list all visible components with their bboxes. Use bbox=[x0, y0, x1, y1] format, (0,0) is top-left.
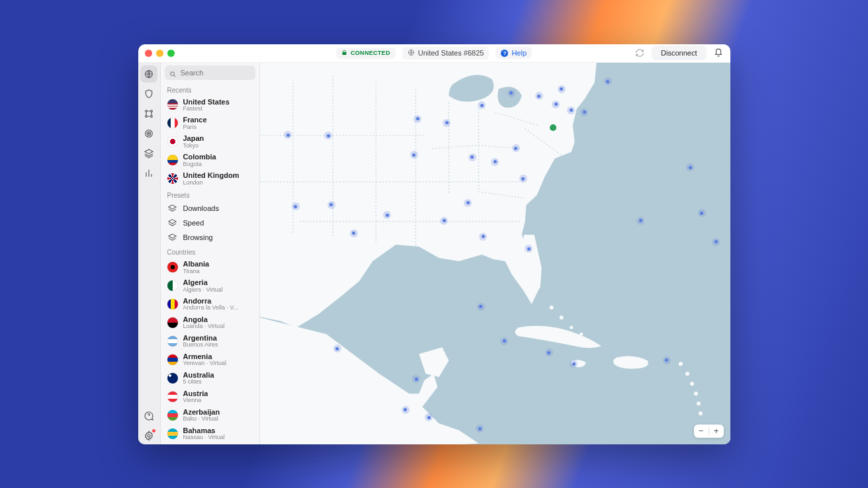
map-marker[interactable] bbox=[402, 406, 410, 414]
map-marker[interactable] bbox=[350, 229, 358, 237]
svg-point-2 bbox=[146, 110, 148, 112]
entry-name: United States bbox=[183, 98, 230, 106]
titlebar: CONNECTED United States #6825 ? Help Dis… bbox=[138, 44, 730, 63]
map-marker[interactable] bbox=[468, 153, 476, 161]
map-marker[interactable] bbox=[292, 202, 300, 210]
nav-globe[interactable] bbox=[140, 65, 157, 83]
nav-settings[interactable] bbox=[140, 427, 157, 444]
country-azerbaijan[interactable]: Azerbaijan Baku · Virtual bbox=[161, 406, 259, 425]
svg-point-20 bbox=[693, 391, 697, 395]
section-presets: Presets bbox=[161, 188, 259, 201]
map-marker[interactable] bbox=[712, 238, 720, 246]
nav-layers[interactable] bbox=[140, 145, 157, 162]
flag-icon bbox=[167, 391, 178, 402]
help-pill[interactable]: ? Help bbox=[496, 47, 532, 59]
search-input[interactable] bbox=[165, 65, 255, 80]
flag-icon bbox=[167, 280, 178, 291]
app-window: CONNECTED United States #6825 ? Help Dis… bbox=[138, 44, 730, 444]
map-marker[interactable] bbox=[479, 233, 487, 241]
zoom-in-button[interactable]: + bbox=[709, 425, 724, 438]
maximize-window-icon[interactable] bbox=[167, 50, 175, 57]
entry-name: Armenia bbox=[183, 352, 227, 360]
map-marker[interactable] bbox=[491, 158, 499, 166]
country-armenia[interactable]: Armenia Yerevan · Virtual bbox=[161, 350, 259, 369]
search-icon bbox=[169, 69, 177, 81]
map-marker[interactable] bbox=[567, 106, 575, 114]
map-marker[interactable] bbox=[500, 337, 508, 345]
zoom-out-button[interactable]: − bbox=[694, 425, 709, 438]
map-marker[interactable] bbox=[558, 85, 566, 93]
section-countries: Countries bbox=[161, 245, 259, 258]
recent-united-kingdom[interactable]: United Kingdom London bbox=[161, 169, 259, 188]
entry-name: Austria bbox=[183, 389, 208, 397]
nav-shield[interactable] bbox=[140, 85, 157, 102]
disconnect-button[interactable]: Disconnect bbox=[652, 46, 706, 60]
entry-name: Angola bbox=[183, 315, 225, 323]
recent-colombia[interactable]: Colombia Bogota bbox=[161, 151, 259, 169]
help-label: Help bbox=[511, 49, 527, 57]
preset-speed[interactable]: Speed bbox=[161, 216, 259, 230]
recent-japan[interactable]: Japan Tokyo bbox=[161, 132, 259, 151]
nav-radar[interactable] bbox=[140, 125, 157, 142]
flag-icon bbox=[167, 118, 178, 128]
close-window-icon[interactable] bbox=[145, 50, 152, 57]
map-marker[interactable] bbox=[580, 108, 588, 116]
country-angola[interactable]: Angola Luanda · Virtual bbox=[161, 313, 259, 332]
map-marker[interactable] bbox=[327, 201, 335, 209]
svg-point-4 bbox=[146, 115, 148, 117]
country-algeria[interactable]: Algeria Algiers · Virtual bbox=[161, 276, 259, 295]
svg-point-19 bbox=[689, 382, 693, 386]
server-pill[interactable]: United States #6825 bbox=[402, 47, 490, 60]
entry-sub: Paris bbox=[183, 124, 207, 131]
recent-united-states[interactable]: United States Fastest bbox=[161, 96, 259, 114]
connection-status-label: CONNECTED bbox=[351, 50, 390, 56]
svg-point-3 bbox=[151, 110, 153, 112]
nav-mesh[interactable] bbox=[140, 105, 157, 122]
lock-icon bbox=[341, 50, 347, 57]
refresh-icon[interactable] bbox=[634, 48, 645, 58]
svg-point-16 bbox=[589, 340, 593, 343]
search-box bbox=[165, 65, 255, 80]
map-view[interactable]: − + bbox=[260, 63, 730, 444]
layers-icon bbox=[167, 203, 178, 214]
map-marker[interactable] bbox=[604, 77, 612, 85]
country-albania[interactable]: Albania Tirana bbox=[161, 258, 259, 276]
notification-bell-icon[interactable] bbox=[713, 48, 724, 58]
entry-sub: Bogota bbox=[183, 161, 216, 168]
svg-point-17 bbox=[678, 362, 682, 366]
nav-support[interactable] bbox=[140, 407, 157, 425]
flag-icon bbox=[167, 336, 178, 346]
svg-point-21 bbox=[696, 401, 700, 405]
map-marker[interactable] bbox=[477, 303, 485, 311]
recent-france[interactable]: France Paris bbox=[161, 114, 259, 132]
preset-browsing[interactable]: Browsing bbox=[161, 230, 259, 245]
map-marker[interactable] bbox=[535, 92, 543, 100]
globe-icon bbox=[408, 49, 415, 58]
map-marker[interactable] bbox=[507, 89, 515, 97]
map-marker[interactable] bbox=[663, 356, 671, 364]
country-bahamas[interactable]: Bahamas Nassau · Virtual bbox=[161, 425, 259, 443]
map-marker[interactable] bbox=[333, 345, 341, 352]
entry-name: Albania bbox=[183, 260, 210, 268]
app-body: Recents United States Fastest France Par… bbox=[138, 63, 730, 444]
svg-point-18 bbox=[685, 372, 689, 376]
svg-point-10 bbox=[170, 71, 174, 75]
flag-icon bbox=[167, 428, 178, 439]
sidebar-scroll[interactable]: Recents United States Fastest France Par… bbox=[161, 83, 259, 444]
entry-sub: Baku · Virtual bbox=[183, 416, 220, 423]
map-marker[interactable] bbox=[410, 151, 418, 159]
country-australia[interactable]: Australia 5 cities bbox=[161, 369, 259, 387]
section-recents: Recents bbox=[161, 83, 259, 96]
window-controls bbox=[145, 50, 175, 57]
map-marker[interactable] bbox=[545, 348, 553, 356]
preset-downloads[interactable]: Downloads bbox=[161, 201, 259, 216]
country-andorra[interactable]: Andorra Andorra la Vella · V... bbox=[161, 295, 259, 313]
map-marker-connected[interactable] bbox=[550, 124, 556, 131]
minimize-window-icon[interactable] bbox=[156, 50, 163, 57]
country-argentina[interactable]: Argentina Buenos Aires bbox=[161, 332, 259, 350]
entry-name: Bahamas bbox=[183, 427, 225, 434]
nav-stats[interactable] bbox=[140, 165, 157, 182]
country-austria[interactable]: Austria Vienna bbox=[161, 387, 259, 406]
svg-point-22 bbox=[698, 411, 702, 415]
preset-label: Browsing bbox=[183, 233, 213, 241]
